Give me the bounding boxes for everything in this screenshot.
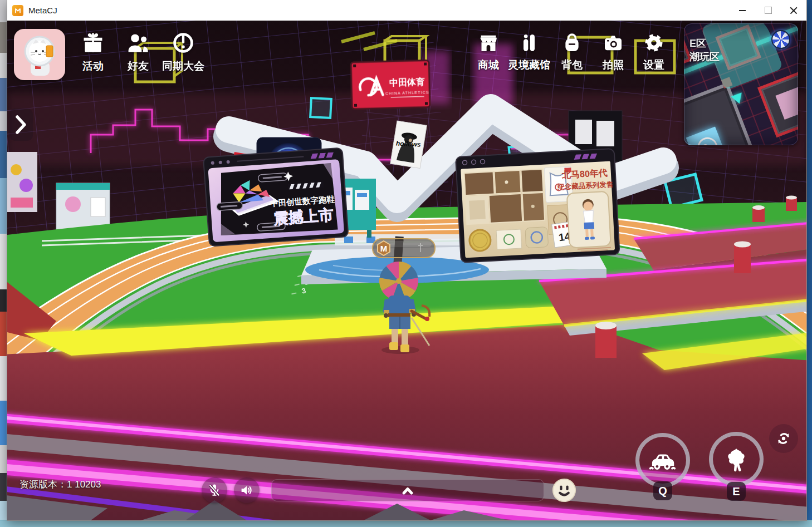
nav-friends-label: 好友 <box>128 59 149 73</box>
desktop-left-sliver <box>0 0 7 527</box>
bouquet-icon <box>721 444 751 474</box>
left-billboard: 中田创世数字跑鞋 震撼上市 <box>203 148 349 247</box>
window-titlebar: MetaCJ <box>7 0 806 21</box>
nav-conference-label: 同期大会 <box>162 59 204 73</box>
maximize-icon <box>765 7 772 14</box>
svg-text:hollows: hollows <box>396 140 422 149</box>
chevron-up-icon <box>397 484 419 496</box>
vehicle-button[interactable] <box>635 433 690 487</box>
desktop-right-sliver <box>806 0 812 527</box>
app-window: MetaCJ <box>7 0 806 520</box>
nav-backpack-label: 背包 <box>561 58 583 72</box>
nav-conference[interactable]: 同期大会 <box>153 31 214 73</box>
speaker-icon <box>239 482 255 498</box>
app-logo-icon <box>12 5 23 16</box>
chat-expand-bar[interactable] <box>271 479 544 501</box>
minimap[interactable]: E区 潮玩区 <box>684 23 798 145</box>
game-viewport: 1 2 3 <box>7 21 806 520</box>
player-avatar[interactable] <box>14 29 65 80</box>
expand-sidebar-button[interactable] <box>9 109 33 141</box>
right-billboard: 147 北马80年代 纪念藏品系列发售 <box>456 149 620 263</box>
vehicle-key-hint: Q <box>653 481 672 500</box>
emote-flower-button[interactable] <box>709 432 764 486</box>
close-icon <box>789 6 798 15</box>
emote-key-hint: E <box>727 482 746 501</box>
nav-settings-label: 设置 <box>643 58 664 72</box>
backpack-icon <box>561 32 583 56</box>
minimap-zone-label: E区 潮玩区 <box>689 37 720 64</box>
friends-icon <box>126 31 150 57</box>
desktop: MetaCJ <box>0 0 812 527</box>
settings-icon <box>643 32 665 56</box>
close-button[interactable] <box>781 0 806 21</box>
svg-text:中田体育: 中田体育 <box>389 77 425 88</box>
minimap-pinwheel-icon <box>771 30 790 49</box>
desktop-taskbar-sliver <box>0 520 812 527</box>
gift-icon <box>81 31 105 57</box>
nav-mall-label: 商城 <box>478 58 499 72</box>
avatar-card <box>567 191 611 248</box>
mic-muted-icon <box>207 482 222 498</box>
astronaut-cat-icon <box>14 29 65 80</box>
window-title: MetaCJ <box>28 6 57 15</box>
car-icon <box>648 445 678 475</box>
maximize-button[interactable] <box>755 0 781 21</box>
smiley-icon <box>551 477 577 503</box>
player-nameplate: M <box>373 239 435 258</box>
nav-settings[interactable]: 设置 <box>623 32 684 72</box>
photo-collage <box>464 169 545 224</box>
nav-activities-label: 活动 <box>82 59 104 73</box>
minimize-icon <box>739 10 746 11</box>
nav-photo-label: 拍照 <box>603 58 624 72</box>
meeting-icon <box>171 31 195 57</box>
camera-rotate-button[interactable] <box>769 424 798 453</box>
mic-mute-button[interactable] <box>202 477 227 503</box>
resource-version-value: 1 10203 <box>67 479 101 490</box>
chevron-right-icon <box>14 115 28 135</box>
museum-icon <box>518 32 540 56</box>
minimize-button[interactable] <box>730 0 755 21</box>
resource-version: 资源版本：1 10203 <box>19 478 101 491</box>
rotate-icon <box>775 430 793 447</box>
resource-version-label: 资源版本： <box>19 479 67 490</box>
speaker-button[interactable] <box>234 477 260 503</box>
brand-sign: 中田体育 CHINA ATHLETICS <box>351 60 430 109</box>
storefront-icon <box>477 32 500 56</box>
emote-button[interactable] <box>551 477 577 503</box>
player-badge: M <box>380 244 388 253</box>
hollows-poster: hollows <box>390 121 427 168</box>
camera-icon <box>602 32 624 56</box>
